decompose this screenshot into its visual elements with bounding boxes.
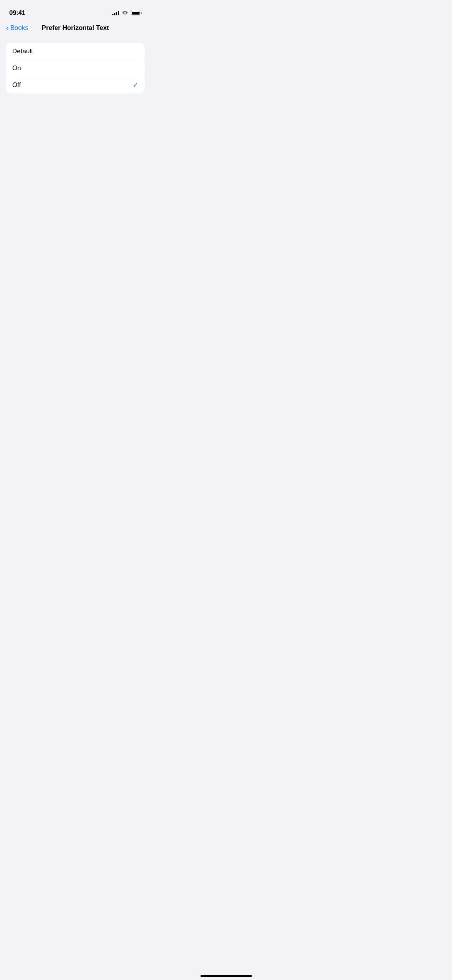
content: Default On Off ✓ <box>0 37 151 94</box>
back-chevron-icon: ‹ <box>6 23 9 32</box>
page-title: Prefer Horizontal Text <box>42 24 109 32</box>
back-label: Books <box>10 24 28 32</box>
battery-icon <box>131 11 141 15</box>
option-default[interactable]: Default <box>6 43 145 60</box>
status-time: 09:41 <box>9 9 25 17</box>
back-button[interactable]: ‹ Books <box>6 24 28 32</box>
nav-bar: ‹ Books Prefer Horizontal Text <box>0 21 151 37</box>
status-icons <box>112 11 141 15</box>
status-bar: 09:41 <box>0 0 151 21</box>
option-on[interactable]: On <box>6 60 145 77</box>
option-on-label: On <box>12 64 21 72</box>
options-card: Default On Off ✓ <box>6 43 145 94</box>
wifi-icon <box>122 11 128 15</box>
signal-icon <box>112 11 119 15</box>
checkmark-icon: ✓ <box>133 81 138 89</box>
option-off[interactable]: Off ✓ <box>6 77 145 94</box>
option-off-label: Off <box>12 81 21 89</box>
option-default-label: Default <box>12 48 33 55</box>
